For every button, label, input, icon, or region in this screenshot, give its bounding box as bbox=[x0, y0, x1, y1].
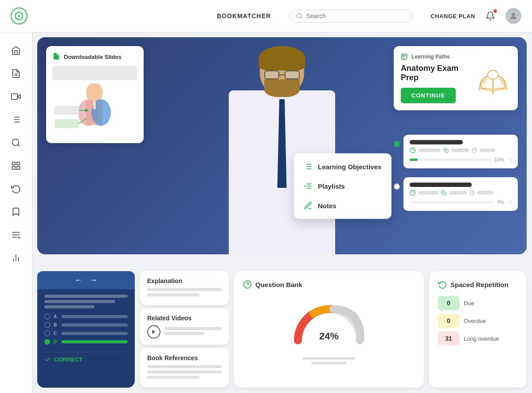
book-line-2 bbox=[147, 370, 222, 374]
learning-objectives-label: Learning Objectives bbox=[318, 163, 381, 171]
menu-item-playlists[interactable]: Playlists bbox=[297, 176, 388, 196]
avatar-icon bbox=[509, 12, 518, 20]
svg-marker-1 bbox=[18, 15, 20, 18]
svg-rect-33 bbox=[55, 119, 79, 128]
svg-marker-64 bbox=[153, 330, 156, 334]
sidebar-item-history[interactable] bbox=[6, 179, 26, 198]
quiz-body: A B C D bbox=[37, 289, 135, 372]
option-line-b bbox=[62, 323, 128, 327]
related-videos-row bbox=[147, 325, 222, 339]
quiz-prev-button[interactable]: ← bbox=[74, 276, 82, 285]
progress-section: 10% › bbox=[394, 135, 518, 215]
sidebar-item-documents[interactable] bbox=[6, 64, 26, 83]
option-line-c bbox=[62, 332, 128, 335]
progress-card-title-2 bbox=[410, 183, 472, 187]
menu-item-notes[interactable]: Notes bbox=[297, 196, 388, 215]
progress-pct-1: 10% bbox=[494, 157, 504, 162]
explanation-card[interactable]: Explanation bbox=[140, 271, 229, 305]
gauge-svg: 24% bbox=[289, 298, 369, 351]
sidebar-item-home[interactable] bbox=[6, 41, 26, 60]
menu-item-learning-objectives[interactable]: Learning Objectives bbox=[297, 157, 388, 176]
question-icon-2 bbox=[410, 190, 416, 196]
gauge-container: 24% bbox=[243, 296, 415, 354]
gauge-sub-line-1 bbox=[302, 357, 356, 360]
sidebar-item-analytics[interactable] bbox=[6, 248, 26, 268]
sidebar-item-list[interactable] bbox=[6, 110, 26, 129]
spaced-long-overdue-count: 31 bbox=[438, 331, 459, 346]
quiz-question-lines bbox=[44, 295, 128, 308]
slides-card[interactable]: Downloadable Slides bbox=[46, 46, 144, 143]
progress-dot-1 bbox=[394, 141, 400, 147]
related-videos-card[interactable]: Related Videos bbox=[140, 308, 229, 345]
svg-rect-31 bbox=[93, 101, 96, 109]
slides-placeholder-bar bbox=[52, 66, 137, 80]
change-plan-button[interactable]: CHANGE PLAN bbox=[430, 13, 475, 19]
quiz-correct-indicator: CORRECT bbox=[44, 352, 128, 366]
slides-diagram bbox=[52, 84, 137, 137]
quiz-option-a[interactable]: A bbox=[44, 314, 128, 319]
search-input[interactable] bbox=[306, 12, 405, 19]
notification-bell[interactable] bbox=[484, 10, 497, 22]
question-bank-title: Question Bank bbox=[243, 280, 415, 289]
quiz-option-b[interactable]: B bbox=[44, 322, 128, 328]
quiz-card: ← → A B bbox=[37, 271, 135, 388]
learning-objectives-icon bbox=[304, 162, 313, 171]
progress-dot-2 bbox=[394, 183, 400, 190]
book-references-card[interactable]: Book References bbox=[140, 348, 229, 387]
spaced-row-long-overdue: 31 Long overdue bbox=[438, 331, 518, 346]
option-label-a: A bbox=[54, 314, 58, 319]
svg-line-41 bbox=[486, 88, 493, 89]
top-navigation: BOOKMATCHER CHANGE PLAN bbox=[0, 0, 532, 32]
continue-button[interactable]: CONTINUE bbox=[401, 88, 456, 103]
svg-line-3 bbox=[301, 17, 302, 19]
user-avatar[interactable] bbox=[505, 8, 521, 24]
spaced-repetition-card: Spaced Repetition 0 Due 0 Overdue 31 Lon… bbox=[429, 271, 527, 388]
quiz-option-d[interactable]: D bbox=[44, 339, 128, 345]
book-line-3 bbox=[147, 376, 200, 379]
svg-rect-47 bbox=[446, 150, 449, 153]
playlists-icon bbox=[304, 182, 313, 191]
svg-line-16 bbox=[18, 144, 20, 146]
play-button-icon[interactable] bbox=[147, 325, 160, 339]
sidebar-item-grid[interactable] bbox=[6, 156, 26, 175]
radio-c bbox=[44, 331, 50, 336]
radio-d bbox=[44, 339, 50, 345]
svg-rect-19 bbox=[12, 167, 15, 169]
book-references-title: Book References bbox=[147, 354, 222, 362]
svg-line-42 bbox=[493, 88, 500, 89]
sidebar bbox=[0, 32, 32, 393]
logo[interactable] bbox=[11, 8, 27, 24]
search-box[interactable] bbox=[289, 9, 413, 23]
sidebar-item-video[interactable] bbox=[6, 87, 26, 106]
spaced-overdue-label: Overdue bbox=[464, 318, 486, 324]
sidebar-item-search[interactable] bbox=[6, 133, 26, 152]
progress-card-1[interactable]: 10% › bbox=[403, 135, 518, 168]
svg-point-4 bbox=[512, 13, 515, 16]
anatomy-illustration bbox=[475, 64, 511, 99]
sidebar-item-edit[interactable] bbox=[6, 225, 26, 245]
slides-icon bbox=[52, 52, 60, 62]
spaced-repetition-label: Spaced Repetition bbox=[450, 281, 509, 288]
gauge-sub-lines bbox=[243, 357, 415, 364]
learning-paths-label: Learning Paths bbox=[411, 54, 450, 60]
quiz-next-button[interactable]: → bbox=[90, 276, 98, 285]
progress-card-2[interactable]: 0% › bbox=[403, 177, 518, 211]
progress-pct-2: 0% bbox=[497, 199, 504, 205]
option-line-d bbox=[62, 340, 128, 343]
svg-point-39 bbox=[488, 70, 498, 79]
radio-a bbox=[44, 314, 50, 319]
svg-rect-32 bbox=[55, 106, 79, 115]
spaced-row-due: 0 Due bbox=[438, 296, 518, 310]
sidebar-item-bookmark[interactable] bbox=[6, 202, 26, 222]
main-content: Downloadable Slides bbox=[32, 32, 532, 393]
svg-marker-7 bbox=[18, 94, 20, 98]
spaced-overdue-count: 0 bbox=[438, 314, 459, 328]
option-label-c: C bbox=[54, 331, 58, 336]
bottom-section: ← → A B bbox=[37, 271, 527, 388]
spaced-repetition-title: Spaced Repetition bbox=[438, 280, 518, 289]
quiz-option-c[interactable]: C bbox=[44, 331, 128, 336]
copy-icon-1 bbox=[443, 148, 449, 153]
spaced-due-label: Due bbox=[464, 300, 474, 307]
notification-badge bbox=[493, 9, 497, 13]
related-videos-title: Related Videos bbox=[147, 315, 222, 322]
